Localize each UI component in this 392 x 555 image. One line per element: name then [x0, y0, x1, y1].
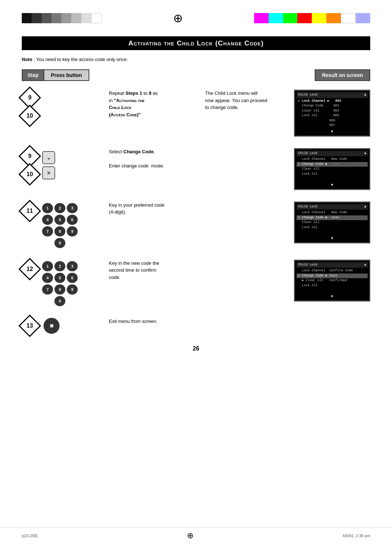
step-screen-12: Child Lock▲ Lock Channel Confirm Code ✔ … — [294, 260, 370, 301]
color-bar-right — [254, 13, 370, 23]
tv-screen-3: Child Lock▲ Lock Channel New Code ✔ Chan… — [294, 202, 370, 243]
numpad-5[interactable]: 5 — [54, 215, 65, 225]
numpad-2[interactable]: 2 — [54, 203, 65, 213]
step-desc-11: Key in your preferred code(4-digit). — [102, 202, 294, 216]
step-badge-13: 13 — [19, 314, 41, 337]
tv-title-bar-1: Child Lock▲ — [297, 92, 368, 98]
step-row-11: 11 1 2 3 4 5 6 7 8 9 0 Key in your prefe… — [22, 202, 370, 248]
tv-row: Lock All — [297, 172, 368, 177]
color-swatch — [71, 13, 81, 23]
numpad-12: 1 2 3 4 5 6 7 8 9 0 — [42, 261, 78, 306]
step-screen-9-10: Child Lock▲ ✔ Lock Channel ▶ 002 Change … — [294, 90, 370, 137]
numpad-5b[interactable]: 5 — [54, 273, 65, 283]
tv-title-bar-2: Child Lock▲ — [297, 151, 368, 157]
tv-row: Change Code 003 — [297, 104, 368, 109]
color-swatch — [283, 13, 298, 23]
color-swatch — [42, 13, 52, 23]
tv-row: Clear All — [297, 167, 368, 172]
numpad-9b[interactable]: 9 — [67, 284, 78, 295]
step-badge-10b: 10 — [19, 163, 41, 185]
step-left-13: 13 ▣ — [22, 318, 102, 334]
step-desc-12: Key in the new code thesecond time to co… — [102, 260, 294, 281]
numpad-1b[interactable]: 1 — [42, 261, 53, 271]
step-desc-13: Exit menu from screen. — [102, 318, 294, 325]
tv-row: 006 — [297, 118, 368, 123]
menu-button-13[interactable]: ▣ — [44, 318, 60, 334]
tv-row: ✔ Lock Channel ▶ 002 — [297, 99, 368, 104]
tv-row: Clear All — [297, 220, 368, 225]
color-bar-left — [22, 13, 102, 23]
color-swatch — [22, 13, 32, 23]
numpad-9[interactable]: 9 — [67, 226, 78, 236]
step-left-nav: 9 10 ⌄ > — [22, 148, 102, 182]
numpad-2b[interactable]: 2 — [54, 261, 65, 271]
tv-row-selected: ✔ Change Code ▶ xxxx — [297, 215, 368, 220]
numpad-4[interactable]: 4 — [42, 215, 53, 225]
tv-screen-2: Child Lock▲ Lock Channel New Code ✔ Chan… — [294, 148, 370, 190]
header-press-label: Press button — [44, 69, 89, 81]
numpad-1[interactable]: 1 — [42, 203, 53, 213]
color-swatch — [356, 13, 370, 23]
color-swatch — [297, 13, 312, 23]
numpad-7b[interactable]: 7 — [42, 284, 53, 295]
main-content: Activating the Child Lock (Change Code) … — [0, 33, 392, 377]
numpad-3b[interactable]: 3 — [67, 261, 78, 271]
color-swatch — [52, 13, 61, 23]
color-swatch — [91, 13, 102, 23]
tv-row-selected: ✔ Change Code ▶ xxxx — [297, 274, 368, 279]
numpad-7[interactable]: 7 — [42, 226, 53, 236]
tv-row: Clear All 004 — [297, 109, 368, 114]
color-swatch — [269, 13, 283, 23]
badge-stack-2: 9 10 — [22, 148, 38, 182]
crosshair-icon — [171, 11, 185, 25]
tv-bottom-bar-3: ▼ — [297, 236, 368, 241]
nav-buttons: ⌄ > — [42, 151, 55, 179]
step-left-9-10: 9 10 — [22, 90, 102, 124]
step-badge-12: 12 — [19, 258, 41, 280]
tv-row: ▶ Clear All Confirmed — [297, 278, 368, 283]
tv-bottom-bar: ▼ — [297, 130, 368, 134]
color-swatch — [326, 13, 341, 23]
numpad-0b[interactable]: 0 — [54, 296, 65, 306]
footer: p23-29/E ⊕ 4/6/01, 2:36 pm — [0, 527, 392, 544]
tv-row: Lock All — [297, 225, 368, 230]
step-row-13: 13 ▣ Exit menu from screen. — [22, 318, 370, 334]
footer-left: p23-29/E — [22, 534, 38, 538]
numpad-8[interactable]: 8 — [54, 226, 65, 236]
tv-row: Lock Channel New Code — [297, 157, 368, 162]
numpad-0[interactable]: 0 — [54, 238, 65, 248]
tv-row: Lock All — [297, 283, 368, 288]
step-row-9-10-nav: 9 10 ⌄ > Select Change Code. Enter chang… — [22, 148, 370, 190]
nav-down-button[interactable]: ⌄ — [42, 151, 55, 164]
color-swatch — [254, 13, 269, 23]
tv-title-bar-3: Child Lock▲ — [297, 204, 368, 210]
tv-screen-1: Child Lock▲ ✔ Lock Channel ▶ 002 Change … — [294, 90, 370, 137]
step-left-11: 11 1 2 3 4 5 6 7 8 9 0 — [22, 202, 102, 248]
tv-row — [297, 230, 368, 235]
tv-bottom-bar-4: ▼ — [297, 295, 368, 299]
header-step-label: Step — [22, 69, 44, 81]
tv-row: Lock Channel Confirm Code — [297, 268, 368, 274]
nav-right-button[interactable]: > — [42, 166, 55, 179]
page-title: Activating the Child Lock (Change Code) — [22, 36, 370, 50]
note-text: Note : You need to key the access code o… — [22, 57, 370, 62]
tv-row — [297, 288, 368, 293]
color-swatch — [81, 13, 91, 23]
numpad-6[interactable]: 6 — [67, 215, 78, 225]
footer-crosshair-icon: ⊕ — [187, 531, 193, 540]
note-label: Note — [22, 57, 32, 62]
numpad-4b[interactable]: 4 — [42, 273, 53, 283]
numpad-8b[interactable]: 8 — [54, 284, 65, 295]
color-swatch — [32, 13, 41, 23]
tv-bottom-bar-2: ▼ — [297, 183, 368, 187]
tv-row: Lock All 005 — [297, 113, 368, 118]
color-swatch — [61, 13, 71, 23]
numpad-6b[interactable]: 6 — [67, 273, 78, 283]
page-number: 26 — [22, 345, 370, 352]
color-swatch — [341, 13, 356, 23]
step-screen-11: Child Lock▲ Lock Channel New Code ✔ Chan… — [294, 202, 370, 243]
tv-row — [297, 177, 368, 182]
numpad-3[interactable]: 3 — [67, 203, 78, 213]
tv-row: 007 — [297, 123, 368, 128]
tv-title-bar-4: Child Lock▲ — [297, 262, 368, 268]
